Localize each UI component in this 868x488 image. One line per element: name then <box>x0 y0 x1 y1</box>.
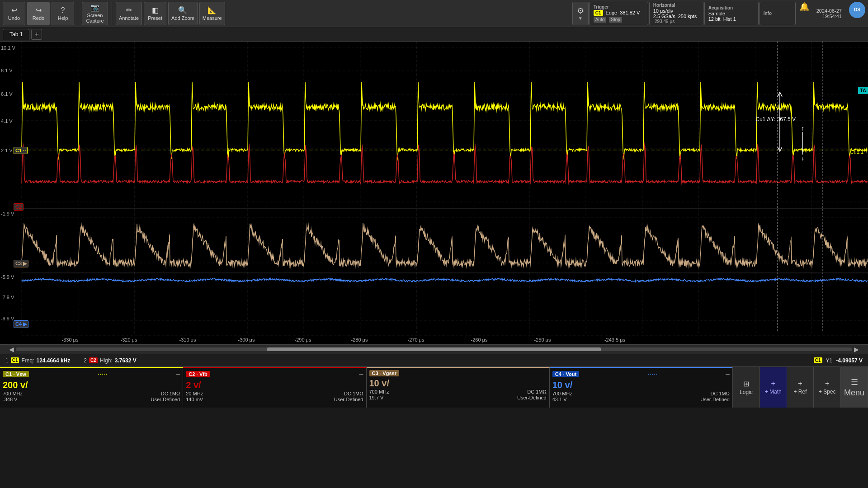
annotate-button[interactable]: ✏ Annotate <box>116 2 142 25</box>
ch4-volt-div: 10 v/ <box>552 380 572 390</box>
scroll-track[interactable]: · · · · · <box>16 347 852 351</box>
ch1-defined: User-Defined <box>151 397 180 402</box>
y-label-7: -7.9 V <box>1 295 14 300</box>
meas-label-2: High: <box>100 357 113 364</box>
ch3-marker: C3 ▶ <box>14 260 28 267</box>
menu-label: Menu <box>844 388 864 398</box>
ch3-params: 700 MHz DC 1MΩ <box>369 389 547 394</box>
ch1-volt-div: 200 v/ <box>3 380 28 390</box>
gear-icon: ⚙ <box>577 6 584 16</box>
logic-button[interactable]: ⊞ Logic <box>733 367 760 408</box>
scroll-left-arrow[interactable]: ◀ <box>9 346 14 353</box>
add-tab-button[interactable]: + <box>31 29 42 40</box>
meas-right-c1: C1 <box>814 357 822 363</box>
ref-icon: + <box>798 380 802 388</box>
ch4-defined: User-Defined <box>700 397 730 402</box>
acquisition-title: Acquisition <box>708 5 755 10</box>
preset-button[interactable]: ◧ Preset <box>144 2 166 25</box>
ch3-panel[interactable]: C3 - Vgssr 10 v/ 700 MHz DC 1MΩ 19.7 V U… <box>367 367 550 408</box>
ch2-panel[interactable]: C2 - Vfb – 2 v/ 20 MHz DC 1MΩ 140 mV Use… <box>183 367 366 408</box>
ch1-name-badge: C1 - Vsw <box>3 371 29 377</box>
ch3-defined: User-Defined <box>517 395 547 400</box>
y-label-6: -5.9 V <box>1 274 14 280</box>
y-label-4: 2.1 V <box>1 148 13 153</box>
spec-button[interactable]: + + Spec <box>814 367 841 408</box>
waveform-canvas <box>0 42 868 344</box>
add-zoom-button[interactable]: 🔍 Add Zoom <box>168 2 198 25</box>
ta-badge: TA <box>858 87 868 94</box>
logic-label: Logic <box>740 389 753 395</box>
trigger-mode: Edge <box>606 10 618 15</box>
trigger-stop-button[interactable]: Stop <box>609 17 622 23</box>
ch2-minus: – <box>359 370 363 378</box>
meas-num-1: 1 <box>5 357 9 364</box>
trigger-title: Trigger <box>594 5 644 9</box>
scope-area: 10.1 V 8.1 V 6.1 V 4.1 V 2.1 V -1.9 V -5… <box>0 42 868 344</box>
ch2-params: 20 MHz DC 1MΩ <box>186 391 363 396</box>
measure-label: Measure <box>203 15 222 21</box>
ch4-marker: C4 ▶ <box>14 320 28 328</box>
meas-right-val: -4.09057 V <box>836 357 863 364</box>
ch3-coupling: DC 1MΩ <box>527 389 546 394</box>
gear-button[interactable]: ⚙ ▼ <box>572 2 589 25</box>
horizontal-pts: 250 kpts <box>678 14 697 19</box>
scroll-thumb[interactable]: · · · · · <box>267 347 601 351</box>
meas-item-2: 2 C2 High: 3.7632 V <box>84 357 137 364</box>
sep1 <box>78 2 78 25</box>
undo-button[interactable]: ↩ Undo <box>3 2 25 25</box>
redo-button[interactable]: ↪ Redo <box>27 2 50 25</box>
math-button[interactable]: + + Math <box>760 367 787 408</box>
scroll-right-arrow[interactable]: ▶ <box>854 346 859 353</box>
ch1-params2: -348 V User-Defined <box>3 397 180 402</box>
notification-bell-icon[interactable]: 🔔 <box>797 2 812 25</box>
info-section: Info <box>760 2 796 25</box>
preset-icon: ◧ <box>152 6 159 14</box>
ch4-panel[interactable]: C4 - Vout ····· – 10 v/ 700 MHz DC 1MΩ 4… <box>550 367 732 408</box>
measurements-bar: 1 C1 Freq: 124.4664 kHz 2 C2 High: 3.763… <box>0 354 868 367</box>
ch2-coupling: DC 1MΩ <box>344 391 363 396</box>
trigger-auto-button[interactable]: Auto <box>594 17 607 23</box>
trigger-section: Trigger C1 Edge 381.82 V Auto Stop <box>590 2 648 25</box>
add-zoom-label: Add Zoom <box>171 15 194 21</box>
menu-button[interactable]: ☰ Menu <box>841 367 868 408</box>
bottom-bar: C1 - Vsw ····· – 200 v/ 700 MHz DC 1MΩ -… <box>0 367 868 408</box>
camera-icon: 📷 <box>90 3 99 12</box>
ds-logo: DS <box>849 2 865 18</box>
meas-item-1: 1 C1 Freq: 124.4664 kHz <box>5 357 70 364</box>
y-label-5: -1.9 V <box>1 211 14 216</box>
help-icon: ? <box>61 6 65 14</box>
ch1-params: 700 MHz DC 1MΩ <box>3 391 180 396</box>
ch4-params2: 43.1 V User-Defined <box>552 397 730 402</box>
ch4-header: C4 - Vout ····· – <box>552 370 730 378</box>
horizontal-title: Horizontal <box>653 3 699 8</box>
help-label: Help <box>58 15 68 21</box>
acquisition-bits: 12 bit <box>708 16 721 22</box>
y-label-3: 4.1 V <box>1 118 13 124</box>
ch2-header: C2 - Vfb – <box>186 370 363 378</box>
meas-val-1: 124.4664 kHz <box>37 357 71 364</box>
tab-1[interactable]: Tab 1 <box>3 29 29 40</box>
acquisition-hist: Hist 1 <box>723 16 736 22</box>
ch1-header: C1 - Vsw ····· – <box>3 370 180 378</box>
screen-capture-label: ScreenCapture <box>86 13 104 23</box>
ref-button[interactable]: + + Ref <box>787 367 814 408</box>
meas-right-label: Y1 <box>826 357 833 364</box>
ch2-defined: User-Defined <box>334 397 363 402</box>
ch1-minus: – <box>176 370 180 378</box>
ch4-offset: 43.1 V <box>552 397 567 402</box>
tab-1-label: Tab 1 <box>9 31 23 38</box>
h-scrollbar: ◀ · · · · · ▶ <box>0 344 868 354</box>
zoom-icon: 🔍 <box>178 6 187 14</box>
measure-button[interactable]: 📐 Measure <box>199 2 225 25</box>
ch1-panel[interactable]: C1 - Vsw ····· – 200 v/ 700 MHz DC 1MΩ -… <box>0 367 183 408</box>
scroll-dots: · · · · · <box>424 347 443 352</box>
ch1-freq: 700 MHz <box>3 391 23 396</box>
undo-icon: ↩ <box>11 6 17 14</box>
y-label-1: 8.1 V <box>1 68 13 73</box>
ch-panels-area: C1 - Vsw ····· – 200 v/ 700 MHz DC 1MΩ -… <box>0 367 732 408</box>
ch4-freq: 700 MHz <box>552 391 572 396</box>
screen-capture-button[interactable]: 📷 ScreenCapture <box>82 2 108 25</box>
hamburger-icon: ☰ <box>851 377 858 387</box>
help-button[interactable]: ? Help <box>52 2 74 25</box>
ch1-dash: ····· <box>97 370 107 378</box>
